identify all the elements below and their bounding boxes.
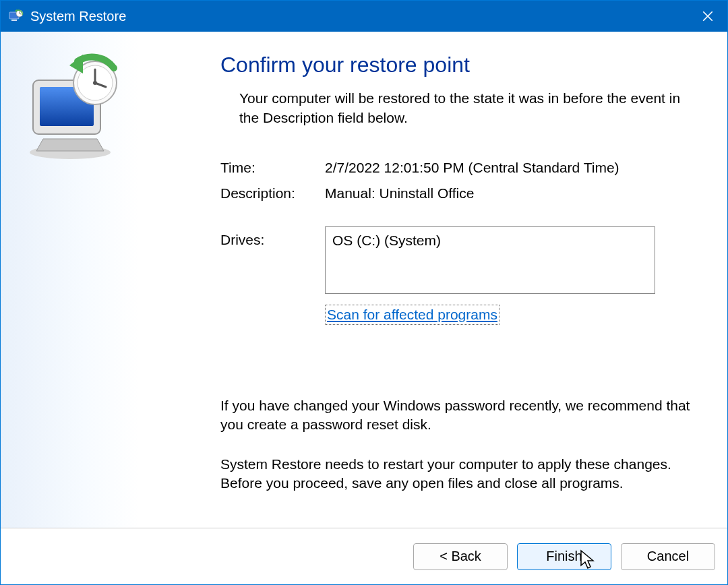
- description-label: Description:: [220, 184, 325, 203]
- drives-list-item: OS (C:) (System): [332, 233, 441, 248]
- time-value: 2/7/2022 12:01:50 PM (Central Standard T…: [325, 158, 691, 177]
- svg-marker-3: [15, 9, 17, 12]
- wizard-client-area: Confirm your restore point Your computer…: [1, 32, 727, 528]
- titlebar: System Restore: [1, 1, 727, 32]
- page-description: Your computer will be restored to the st…: [220, 89, 691, 127]
- description-row: Description: Manual: Uninstall Office: [220, 184, 691, 203]
- svg-point-14: [93, 81, 97, 85]
- drives-label: Drives:: [220, 226, 325, 249]
- time-label: Time:: [220, 158, 325, 177]
- drives-listbox[interactable]: OS (C:) (System): [325, 226, 655, 294]
- description-value: Manual: Uninstall Office: [325, 184, 691, 203]
- time-row: Time: 2/7/2022 12:01:50 PM (Central Stan…: [220, 158, 691, 177]
- close-button[interactable]: [688, 1, 727, 32]
- wizard-sidebar: [1, 32, 140, 528]
- restart-warning-note: System Restore needs to restart your com…: [220, 455, 691, 493]
- svg-rect-1: [11, 20, 17, 21]
- password-reset-note: If you have changed your Windows passwor…: [220, 396, 691, 435]
- svg-marker-15: [69, 55, 83, 73]
- cancel-button[interactable]: Cancel: [621, 543, 715, 570]
- system-restore-illustration: [13, 48, 127, 162]
- finish-button[interactable]: Finish: [517, 543, 611, 570]
- system-restore-icon: [7, 8, 24, 24]
- window-title: System Restore: [30, 9, 126, 24]
- page-heading: Confirm your restore point: [220, 51, 691, 80]
- wizard-footer: < Back Finish Cancel: [1, 528, 727, 584]
- drives-row: Drives: OS (C:) (System) Scan for affect…: [220, 226, 691, 325]
- scan-affected-programs-link[interactable]: Scan for affected programs: [325, 305, 499, 325]
- wizard-main-content: Confirm your restore point Your computer…: [140, 32, 727, 528]
- back-button[interactable]: < Back: [413, 543, 508, 570]
- system-restore-window: System Restore: [0, 0, 728, 585]
